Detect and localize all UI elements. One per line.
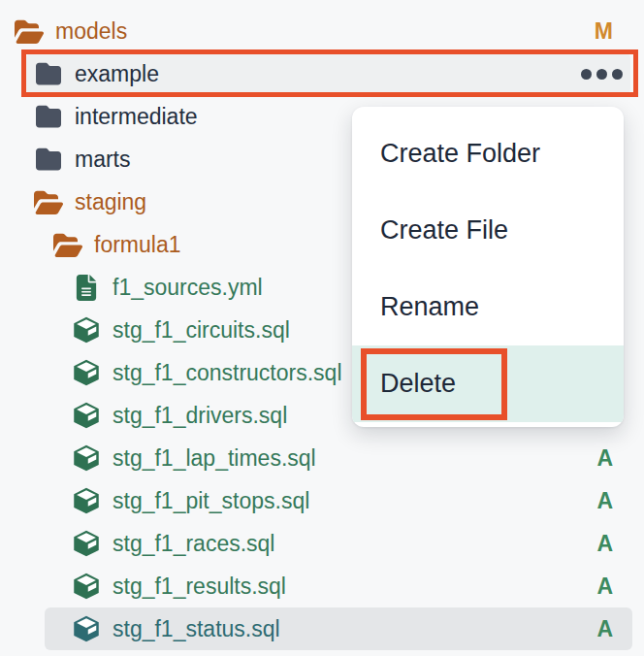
tree-item-label: formula1 xyxy=(94,234,180,256)
git-status-badge: M xyxy=(595,18,613,45)
tree-item-example[interactable]: example xyxy=(26,52,630,95)
tree-item-label: intermediate xyxy=(75,106,198,128)
file-explorer-panel: modelsMexampleintermediatemartsstagingfo… xyxy=(0,0,644,656)
tree-item-label: stg_f1_lap_times.sql xyxy=(113,447,316,470)
tree-item-stg-f1-pit-stops-sql[interactable]: stg_f1_pit_stops.sqlA xyxy=(0,479,644,522)
tree-item-label: stg_f1_pit_stops.sql xyxy=(113,490,309,512)
tree-item-label: stg_f1_constructors.sql xyxy=(113,362,342,384)
git-status-badge: A xyxy=(596,445,613,472)
tree-item-stg-f1-results-sql[interactable]: stg_f1_results.sqlA xyxy=(0,565,644,607)
ellipsis-menu-icon[interactable] xyxy=(581,69,623,80)
folder-open-icon xyxy=(32,185,65,218)
menu-item-label: Create File xyxy=(380,215,508,246)
menu-item-create-file[interactable]: Create File xyxy=(352,192,624,269)
tree-item-label: stg_f1_drivers.sql xyxy=(113,405,287,427)
folder-open-icon xyxy=(51,228,84,261)
menu-item-create-folder[interactable]: Create Folder xyxy=(352,115,624,192)
tree-item-label: stg_f1_status.sql xyxy=(113,618,280,640)
menu-item-delete[interactable]: Delete xyxy=(352,345,624,422)
tree-item-stg-f1-races-sql[interactable]: stg_f1_races.sqlA xyxy=(0,522,644,565)
model-cube-icon xyxy=(70,527,103,560)
model-cube-icon xyxy=(70,356,103,389)
git-status-badge: A xyxy=(596,616,613,642)
tree-item-label: f1_sources.yml xyxy=(113,277,263,299)
folder-closed-icon xyxy=(32,100,65,133)
model-cube-icon xyxy=(70,612,103,645)
tree-item-stg-f1-lap-times-sql[interactable]: stg_f1_lap_times.sqlA xyxy=(0,437,644,479)
git-status-badge: A xyxy=(596,574,613,600)
context-menu: Create FolderCreate FileRenameDelete xyxy=(352,107,624,427)
tree-item-label: models xyxy=(55,20,127,43)
tree-item-label: stg_f1_circuits.sql xyxy=(113,319,290,342)
menu-item-label: Delete xyxy=(380,369,456,399)
tree-item-label: marts xyxy=(75,148,131,171)
model-cube-icon xyxy=(70,570,103,603)
model-cube-icon xyxy=(70,442,103,475)
model-cube-icon xyxy=(70,399,103,432)
folder-open-icon xyxy=(13,15,46,48)
tree-item-label: staging xyxy=(75,191,146,213)
menu-item-label: Rename xyxy=(380,292,479,322)
tree-item-label: example xyxy=(75,63,159,85)
tree-item-label: stg_f1_races.sql xyxy=(113,533,274,555)
tree-item-label: stg_f1_results.sql xyxy=(113,575,286,598)
git-status-badge: A xyxy=(596,531,613,557)
tree-item-stg-f1-status-sql[interactable]: stg_f1_status.sqlA xyxy=(45,607,632,650)
model-cube-icon xyxy=(70,313,103,346)
tree-item-models[interactable]: modelsM xyxy=(0,10,644,52)
folder-closed-icon xyxy=(32,143,65,176)
model-cube-icon xyxy=(70,484,103,517)
git-status-badge: A xyxy=(596,488,613,514)
menu-item-rename[interactable]: Rename xyxy=(352,269,624,345)
document-file-icon xyxy=(70,271,103,304)
menu-item-label: Create Folder xyxy=(380,139,540,169)
folder-closed-icon xyxy=(32,57,65,90)
